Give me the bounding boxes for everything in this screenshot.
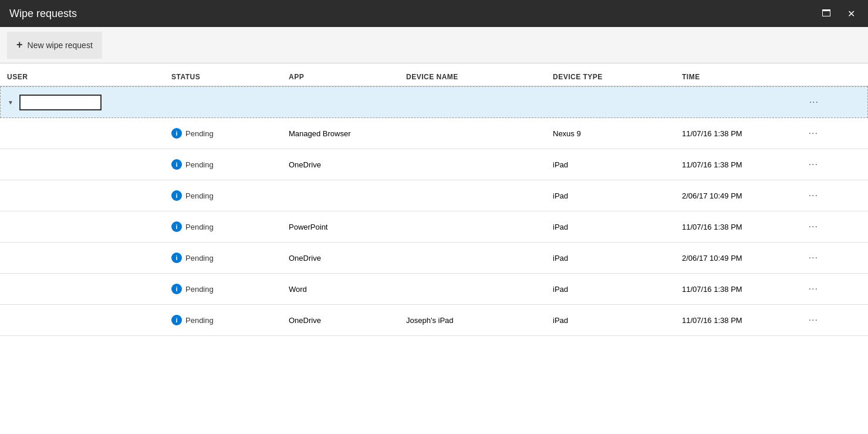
col-device-name: DEVICE NAME [399, 73, 546, 81]
minimize-button[interactable]: 🗖 [818, 6, 835, 22]
col-app: APP [282, 73, 399, 81]
more-options-button-editing[interactable]: ··· [805, 95, 823, 110]
cell-status: iPending [164, 243, 282, 273]
col-time: TIME [675, 73, 792, 81]
toolbar: + New wipe request [0, 27, 868, 63]
cell-device-type: iPad [546, 305, 675, 335]
cell-device-type: iPad [546, 243, 675, 273]
cell-actions: ··· [792, 118, 828, 149]
cell-user [0, 149, 164, 180]
cell-device-type: iPad [546, 211, 675, 242]
cell-actions: ··· [792, 274, 828, 304]
cell-status: iPending [164, 118, 282, 149]
table-row: iPendingiPad2/06/17 10:49 PM··· [0, 180, 868, 211]
more-options-button[interactable]: ··· [804, 281, 823, 297]
chevron-down-icon: ▼ [8, 99, 13, 106]
col-device-type: DEVICE TYPE [546, 73, 675, 81]
cell-actions-editing: ··· [793, 87, 828, 117]
cell-device-name [399, 211, 546, 242]
cell-time: 11/07/16 1:38 PM [675, 211, 792, 242]
cell-status: iPending [164, 274, 282, 304]
table-row: iPendingPowerPointiPad11/07/16 1:38 PM··… [0, 211, 868, 243]
cell-app: Managed Browser [282, 118, 399, 149]
cell-device-name [399, 274, 546, 304]
table-row: iPendingManaged BrowserNexus 911/07/16 1… [0, 118, 868, 149]
cell-user [0, 243, 164, 273]
cell-status: iPending [164, 305, 282, 335]
cell-app [282, 180, 399, 211]
cell-actions: ··· [792, 180, 828, 211]
new-wipe-label: New wipe request [28, 41, 93, 50]
content-area: USER STATUS APP DEVICE NAME DEVICE TYPE … [0, 63, 868, 434]
status-text: Pending [185, 254, 214, 263]
info-icon: i [171, 284, 182, 294]
cell-device-name: Joseph's iPad [399, 305, 546, 335]
cell-user [0, 274, 164, 304]
cell-user [0, 118, 164, 149]
status-text: Pending [185, 160, 214, 169]
cell-actions: ··· [792, 243, 828, 273]
info-icon: i [171, 190, 182, 201]
info-icon: i [171, 315, 182, 325]
wipe-requests-table: USER STATUS APP DEVICE NAME DEVICE TYPE … [0, 63, 868, 336]
cell-actions: ··· [792, 149, 828, 180]
table-row: iPendingOneDriveJoseph's iPadiPad11/07/1… [0, 305, 868, 336]
cell-actions: ··· [792, 211, 828, 242]
cell-app: OneDrive [282, 149, 399, 180]
cell-status: iPending [164, 180, 282, 211]
cell-device-name [399, 243, 546, 273]
status-text: Pending [185, 223, 214, 231]
close-button[interactable]: ✕ [844, 6, 859, 22]
more-options-button[interactable]: ··· [804, 312, 823, 328]
status-text: Pending [185, 129, 214, 138]
more-options-button[interactable]: ··· [804, 188, 823, 203]
plus-icon: + [16, 39, 23, 51]
status-text: Pending [185, 316, 214, 325]
cell-devicename-editing [400, 87, 546, 117]
user-input[interactable] [19, 95, 102, 110]
table-row: iPendingOneDriveiPad2/06/17 10:49 PM··· [0, 243, 868, 274]
cell-device-name [399, 118, 546, 149]
table-header: USER STATUS APP DEVICE NAME DEVICE TYPE … [0, 63, 868, 86]
table-body: iPendingManaged BrowserNexus 911/07/16 1… [0, 118, 868, 336]
col-actions [792, 73, 828, 81]
cell-device-name [399, 180, 546, 211]
cell-time: 11/07/16 1:38 PM [675, 149, 792, 180]
more-options-button[interactable]: ··· [804, 250, 823, 265]
cell-status-editing [165, 87, 282, 117]
new-wipe-request-button[interactable]: + New wipe request [7, 32, 102, 59]
info-icon: i [171, 253, 182, 263]
window-controls: 🗖 ✕ [818, 6, 859, 22]
cell-time: 2/06/17 10:49 PM [675, 180, 792, 211]
cell-app: Word [282, 274, 399, 304]
cell-time: 11/07/16 1:38 PM [675, 305, 792, 335]
col-status: STATUS [164, 73, 282, 81]
cell-app: OneDrive [282, 305, 399, 335]
title-bar: Wipe requests 🗖 ✕ [0, 0, 868, 27]
info-icon: i [171, 128, 182, 139]
cell-devicetype-editing [546, 87, 676, 117]
cell-time: 11/07/16 1:38 PM [675, 118, 792, 149]
more-options-button[interactable]: ··· [804, 219, 823, 234]
cell-actions: ··· [792, 305, 828, 335]
cell-status: iPending [164, 211, 282, 242]
cell-app: PowerPoint [282, 211, 399, 242]
more-options-button[interactable]: ··· [804, 157, 823, 172]
cell-app: OneDrive [282, 243, 399, 273]
table-row: iPendingWordiPad11/07/16 1:38 PM··· [0, 274, 868, 305]
cell-device-name [399, 149, 546, 180]
cell-user [0, 180, 164, 211]
cell-time: 11/07/16 1:38 PM [675, 274, 792, 304]
cell-device-type: iPad [546, 149, 675, 180]
cell-device-type: Nexus 9 [546, 118, 675, 149]
cell-user [0, 305, 164, 335]
cell-app-editing [282, 87, 400, 117]
cell-time: 2/06/17 10:49 PM [675, 243, 792, 273]
more-options-button[interactable]: ··· [804, 126, 823, 141]
status-text: Pending [185, 191, 214, 200]
table-row: iPendingOneDriveiPad11/07/16 1:38 PM··· [0, 149, 868, 180]
cell-device-type: iPad [546, 180, 675, 211]
main-window: Wipe requests 🗖 ✕ + New wipe request USE… [0, 0, 868, 434]
table-row-editing: ▼ ··· [0, 86, 868, 118]
col-user: USER [0, 73, 164, 81]
